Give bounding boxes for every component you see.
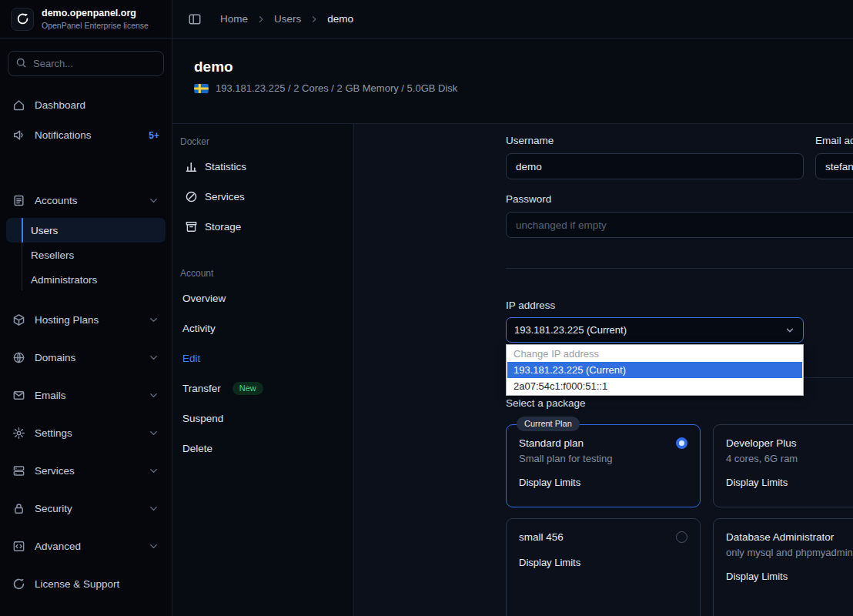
sidebar-item-label: Users	[31, 225, 58, 236]
globe-icon	[12, 351, 25, 364]
radio-unselected[interactable]	[676, 531, 687, 543]
subnav-item-label: Statistics	[205, 161, 246, 172]
package-title: Database Administrator	[726, 531, 834, 543]
email-input[interactable]	[815, 153, 853, 179]
chevron-down-icon	[148, 427, 159, 439]
megaphone-icon	[12, 129, 25, 142]
package-card-standard-plan[interactable]: Current Plan Standard plan Small plan fo…	[506, 424, 701, 507]
dropdown-option-placeholder[interactable]: Change IP address	[507, 346, 802, 362]
breadcrumb-home[interactable]: Home	[220, 13, 248, 25]
search-input[interactable]	[8, 51, 164, 76]
display-limits-link[interactable]: Display Limits	[726, 571, 788, 582]
circle-slash-icon	[185, 190, 198, 203]
ip-address-select[interactable]: 193.181.23.225 (Current)	[506, 317, 804, 343]
code-icon	[12, 540, 25, 553]
chevron-right-icon	[256, 15, 266, 24]
subnav-item-delete[interactable]: Delete	[172, 434, 353, 464]
subnav-item-activity[interactable]: Activity	[172, 313, 353, 343]
subnav-item-label: Transfer	[182, 383, 221, 394]
sidebar-item-label: Dashboard	[35, 99, 85, 111]
sidebar-nav: Dashboard Notifications 5+ Accounts User…	[0, 85, 172, 616]
password-input[interactable]	[506, 212, 853, 238]
subnav-item-transfer[interactable]: Transfer New	[172, 373, 353, 403]
lock-icon	[12, 502, 25, 515]
package-description: 4 cores, 6G ram	[726, 452, 853, 466]
sidebar-item-security[interactable]: Security	[0, 493, 172, 524]
sidebar-item-emails[interactable]: Emails	[0, 380, 172, 410]
nav-spacer	[0, 296, 172, 304]
display-limits-link[interactable]: Display Limits	[519, 557, 580, 568]
sidebar-item-notifications[interactable]: Notifications 5+	[0, 120, 172, 150]
sidebar-item-dashboard[interactable]: Dashboard	[0, 90, 172, 120]
breadcrumb-users[interactable]: Users	[274, 13, 301, 25]
sidebar-item-label: Settings	[35, 427, 72, 439]
dropdown-option-current[interactable]: 193.181.23.225 (Current)	[507, 362, 802, 378]
chevron-down-icon	[148, 314, 159, 326]
package-card-database-administrator[interactable]: Database Administrator only mysql and ph…	[713, 518, 853, 616]
sweden-flag-icon	[194, 84, 209, 93]
subnav-item-edit[interactable]: Edit	[172, 343, 353, 373]
subnav-item-statistics[interactable]: Statistics	[172, 152, 353, 182]
brand[interactable]: demo.openpanel.org OpenPanel Enterprise …	[0, 0, 172, 38]
package-card-small-456[interactable]: small 456 Display Limits	[506, 518, 701, 616]
display-limits-link[interactable]: Display Limits	[726, 477, 788, 488]
package-card-developer-plus[interactable]: Developer Plus 4 cores, 6G ram Display L…	[713, 424, 853, 507]
subnav-item-storage[interactable]: Storage	[172, 212, 353, 242]
sidebar-item-accounts[interactable]: Accounts	[0, 186, 172, 216]
display-limits-link[interactable]: Display Limits	[519, 477, 580, 488]
sidebar-item-settings[interactable]: Settings	[0, 417, 172, 448]
content-body: Docker Statistics Services Storage Accou…	[172, 123, 853, 616]
page-title: demo	[194, 59, 853, 75]
dropdown-option-ipv6[interactable]: 2a07:54c1:f000:51::1	[507, 378, 802, 394]
sidebar-item-label: Notifications	[35, 129, 92, 141]
subnav-item-label: Services	[205, 191, 245, 203]
subnav-item-overview[interactable]: Overview	[172, 283, 353, 313]
package-title: small 456	[519, 531, 564, 543]
user-subnav: Docker Statistics Services Storage Accou…	[172, 124, 354, 616]
edit-user-form: Username Email address Password IP addre…	[354, 124, 853, 616]
subnav-item-label: Overview	[182, 293, 226, 304]
brand-text: demo.openpanel.org OpenPanel Enterprise …	[42, 8, 149, 30]
openpanel-logo-icon	[11, 8, 34, 31]
sidebar-item-resellers[interactable]: Resellers	[6, 243, 166, 267]
breadcrumb: Home Users demo	[220, 13, 353, 25]
sidebar-item-domains[interactable]: Domains	[0, 342, 172, 373]
page-header: demo 193.181.23.225 / 2 Cores / 2 GB Mem…	[172, 38, 853, 123]
chevron-right-icon	[309, 15, 319, 24]
ip-address-dropdown: Change IP address 193.181.23.225 (Curren…	[506, 344, 804, 396]
radio-selected[interactable]	[676, 437, 687, 449]
chevron-down-icon	[148, 390, 159, 401]
docker-section-label: Docker	[172, 133, 353, 152]
username-input[interactable]	[506, 153, 804, 179]
package-title: Standard plan	[519, 437, 584, 449]
chevron-down-icon	[148, 465, 159, 477]
search-box	[8, 51, 164, 76]
bar-chart-icon	[185, 160, 198, 173]
server-specs-text: 193.181.23.225 / 2 Cores / 2 GB Memory /…	[216, 82, 457, 94]
brand-title: demo.openpanel.org	[42, 8, 149, 19]
subnav-item-docker-services[interactable]: Services	[172, 182, 353, 212]
cube-icon	[12, 313, 25, 326]
package-title: Developer Plus	[726, 437, 797, 449]
server-icon	[12, 464, 25, 477]
sidebar-item-users[interactable]: Users	[6, 218, 166, 243]
password-label: Password	[506, 193, 551, 205]
sidebar-item-hosting-plans[interactable]: Hosting Plans	[0, 304, 172, 335]
server-meta: 193.181.23.225 / 2 Cores / 2 GB Memory /…	[194, 82, 853, 94]
sidebar-item-administrators[interactable]: Administrators	[6, 267, 166, 292]
ip-address-selected-value: 193.181.23.225 (Current)	[514, 324, 627, 336]
subnav-item-label: Suspend	[182, 413, 223, 424]
sidebar: demo.openpanel.org OpenPanel Enterprise …	[0, 0, 172, 616]
sidebar-item-advanced[interactable]: Advanced	[0, 531, 172, 561]
accounts-sub-list: Users Resellers Administrators	[0, 216, 172, 296]
section-divider	[506, 268, 853, 269]
package-description: only mysql and phpmyadmin enabled	[726, 546, 853, 560]
sidebar-item-services[interactable]: Services	[0, 455, 172, 486]
envelope-icon	[12, 389, 25, 402]
notifications-count-badge: 5+	[149, 130, 159, 141]
subnav-item-suspend[interactable]: Suspend	[172, 403, 353, 434]
sidebar-item-license-support[interactable]: License & Support	[0, 568, 172, 599]
sidebar-toggle-icon[interactable]	[188, 12, 202, 26]
subnav-item-label: Activity	[182, 323, 216, 334]
nav-spacer	[0, 150, 172, 186]
